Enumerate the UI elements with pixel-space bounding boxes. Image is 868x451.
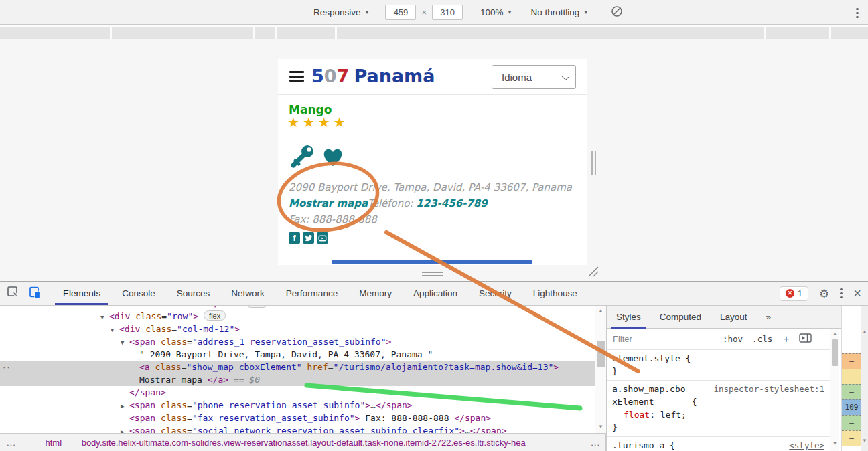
code-token: == $0 xyxy=(228,375,260,385)
stylesheet-source-link[interactable]: <style> xyxy=(789,439,824,451)
facebook-icon[interactable]: f xyxy=(289,232,300,244)
device-type-select[interactable]: Responsive ▼ xyxy=(313,7,369,17)
dom-tree-row[interactable]: ▼<div class="row">flex xyxy=(0,310,595,323)
youtube-icon[interactable] xyxy=(317,232,328,244)
viewport-resize-handle-corner[interactable] xyxy=(588,266,599,280)
style-rules: element.style {}inspector-stylesheet:1a.… xyxy=(607,350,830,451)
social-links: f xyxy=(289,232,328,244)
css-selector[interactable]: .turismo a xyxy=(612,439,664,451)
viewport-resize-handle-right[interactable] xyxy=(591,151,598,178)
elements-scrollbar[interactable]: ▲ ▼ xyxy=(595,306,606,433)
scroll-marker[interactable]: – xyxy=(842,430,861,446)
dom-tree-row[interactable]: ▶<span class="social_network reservation… xyxy=(0,424,595,433)
close-icon[interactable]: × xyxy=(853,286,861,301)
show-map-link[interactable]: Mostrar mapa xyxy=(289,197,368,209)
devtools-tab-network[interactable]: Network xyxy=(220,282,275,305)
site-logo[interactable]: 507Panamá xyxy=(311,66,435,86)
breadcrumb-overflow-left[interactable]: ... xyxy=(7,438,16,448)
styles-scrollbar[interactable]: ▲ ▼ xyxy=(830,329,839,451)
dom-tree-row[interactable]: </span> xyxy=(0,386,595,399)
dom-tree-row[interactable]: <span class="fax reservation_asset_subin… xyxy=(0,412,595,424)
breadcrumb-body[interactable]: body.site.helix-ultimate.com-solidres.vi… xyxy=(82,438,526,448)
toggle-device-toolbar-icon[interactable] xyxy=(28,286,42,302)
scroll-marker[interactable]: 109 xyxy=(842,399,861,415)
dom-tree-row[interactable]: ▼<span class="address_1 reservation_asse… xyxy=(0,335,595,348)
zoom-select[interactable]: 100% ▼ xyxy=(480,7,512,17)
scroll-marker[interactable]: – xyxy=(842,369,861,384)
flex-badge[interactable]: flex xyxy=(204,310,226,321)
scrollbar-thumb[interactable] xyxy=(832,339,838,366)
devtools-tab-console[interactable]: Console xyxy=(111,282,166,305)
css-selector[interactable]: element.style xyxy=(612,352,680,365)
expand-arrow-icon[interactable]: ▶ xyxy=(121,426,129,433)
sidebar-tab-more[interactable]: » xyxy=(757,306,781,329)
language-select[interactable]: Idioma xyxy=(492,65,576,89)
breadcrumb-html[interactable]: html xyxy=(45,438,62,448)
scroll-up-icon[interactable]: ▲ xyxy=(830,331,839,337)
scroll-up-icon[interactable]: ▲ xyxy=(861,329,868,335)
scroll-up-icon[interactable]: ▲ xyxy=(595,308,606,314)
expand-arrow-icon[interactable]: ▼ xyxy=(121,337,129,349)
flex-badge[interactable]: flex xyxy=(246,306,268,308)
expand-arrow-icon[interactable]: ▼ xyxy=(100,311,109,324)
devtools-tab-security[interactable]: Security xyxy=(468,282,522,305)
code-token: Mostrar mapa xyxy=(139,375,208,385)
code-token: > xyxy=(193,311,198,321)
devtools-tab-lighthouse[interactable]: Lighthouse xyxy=(522,282,588,305)
code-token: class xyxy=(155,337,187,347)
error-count-badge[interactable]: ✕ 1 xyxy=(780,286,808,301)
scroll-down-icon[interactable]: ▼ xyxy=(830,440,839,446)
hamburger-menu-icon[interactable] xyxy=(289,71,304,84)
scrollbar-thumb[interactable] xyxy=(597,341,605,367)
chevron-down-icon: ▼ xyxy=(508,10,512,15)
sidebar-tab-layout[interactable]: Layout xyxy=(711,306,757,329)
styles-filter-input[interactable] xyxy=(613,334,713,344)
devtools-tab-application[interactable]: Application xyxy=(403,282,468,305)
devtools-overflow-menu-icon[interactable] xyxy=(840,286,843,300)
stylesheet-source-link[interactable]: inspector-stylesheet:1 xyxy=(713,383,824,395)
devtools-tab-performance[interactable]: Performance xyxy=(275,282,348,305)
sidebar-tab-styles[interactable]: Styles xyxy=(607,306,650,329)
attribute-link[interactable]: /turismo/alojamiento?task=map.show&id=13 xyxy=(338,362,548,372)
scroll-marker[interactable]: – xyxy=(842,353,861,369)
dom-tree-row[interactable]: ▼<div class="col-md-12"> xyxy=(0,323,595,335)
settings-gear-icon[interactable]: ⚙ xyxy=(819,287,829,300)
devtools-tab-memory[interactable]: Memory xyxy=(348,282,403,305)
devtools-tab-elements[interactable]: Elements xyxy=(52,282,111,305)
phone-number[interactable]: 123-456-789 xyxy=(416,197,487,209)
window-scrollbar[interactable]: ▲ ▼ xyxy=(861,306,868,451)
viewport-height-input[interactable] xyxy=(432,5,463,20)
code-token: > xyxy=(386,337,392,347)
elements-breadcrumb-bar: ... html body.site.helix-ultimate.com-so… xyxy=(0,433,606,451)
scroll-marker[interactable]: – xyxy=(842,415,861,430)
expand-arrow-icon[interactable]: ▼ xyxy=(111,324,119,337)
computed-panel-toggle-icon[interactable] xyxy=(799,333,812,345)
scroll-down-icon[interactable]: ▼ xyxy=(595,424,606,430)
toggle-class-button[interactable]: .cls xyxy=(752,334,772,344)
rotate-viewport-icon[interactable] xyxy=(611,5,623,19)
viewport-width-input[interactable] xyxy=(385,5,416,20)
dom-tree-row[interactable]: <a class="show_map cboxElement" href="/t… xyxy=(0,361,595,373)
viewport-resize-handle-bottom[interactable] xyxy=(422,272,443,278)
sidebar-tabs: StylesComputedLayout» xyxy=(607,306,868,329)
carousel-scrollbar[interactable] xyxy=(332,260,532,264)
scroll-down-icon[interactable]: ▼ xyxy=(861,438,868,444)
chevron-down-icon: ▼ xyxy=(365,10,370,15)
twitter-icon[interactable] xyxy=(303,232,314,244)
scroll-marker[interactable]: – xyxy=(842,384,861,399)
toggle-pseudo-class-button[interactable]: :hov xyxy=(723,334,743,344)
property-address: 2090 Bayport Drive, Tampa, David, PA-4 3… xyxy=(289,181,572,193)
sidebar-tab-computed[interactable]: Computed xyxy=(650,306,711,329)
devtools-tab-sources[interactable]: Sources xyxy=(166,282,221,305)
inspect-element-icon[interactable] xyxy=(7,286,20,302)
dom-tree-row[interactable]: Mostrar mapa </a> == $0 xyxy=(0,373,595,386)
new-style-rule-icon[interactable]: + xyxy=(783,333,789,345)
dom-tree-row[interactable]: ▶<span class="phone reservation_asset_su… xyxy=(0,399,595,412)
code-token: = xyxy=(187,426,192,433)
breadcrumb-overflow-right[interactable]: ... xyxy=(588,434,600,451)
css-property[interactable]: float: left; xyxy=(612,408,824,421)
css-selector[interactable]: a.show_map.cboxElement xyxy=(612,383,686,408)
throttling-select[interactable]: No throttling ▼ xyxy=(531,7,589,17)
toolbar-overflow-menu-icon[interactable] xyxy=(856,6,859,20)
dom-tree-row[interactable]: " 2090 Bayport Drive, Tampa, David, PA-4… xyxy=(0,348,595,361)
